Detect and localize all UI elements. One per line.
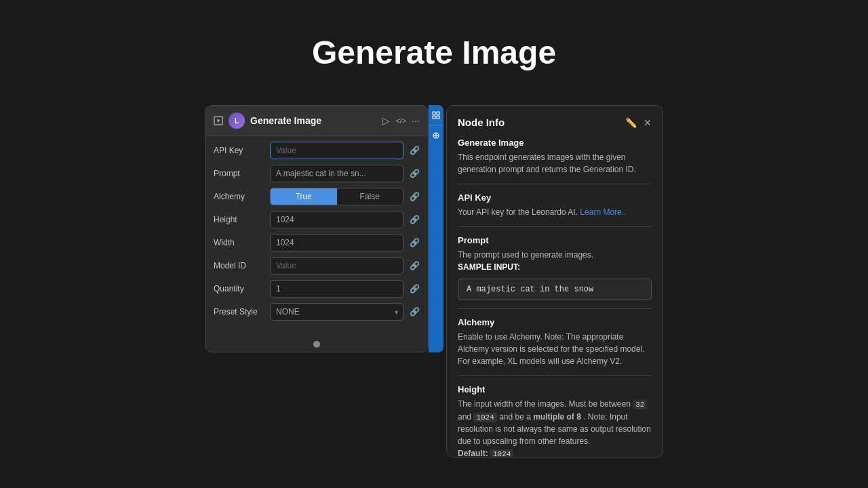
generate-image-title: Generate Image (458, 138, 652, 148)
info-close-icon[interactable]: ✕ (644, 117, 652, 128)
divider-3 (458, 308, 652, 309)
api-key-input[interactable] (270, 142, 403, 159)
height-input[interactable] (270, 211, 403, 228)
info-panel-title: Node Info (458, 117, 505, 128)
node-avatar: L (229, 113, 245, 129)
prompt-label: Prompt (214, 169, 264, 178)
quantity-label: Quantity (214, 284, 264, 293)
node-connector (313, 341, 320, 348)
node-header-actions: ▷ </> ··· (382, 115, 420, 126)
width-label: Width (214, 238, 264, 247)
preset-style-select-wrapper: NONE DYNAMIC CINEMATIC CREATIVE VIBRANT … (270, 303, 403, 321)
alchemy-false-option[interactable]: False (337, 188, 403, 205)
width-input[interactable] (270, 234, 403, 251)
alchemy-row: Alchemy True False 🔗 (214, 188, 420, 205)
height-default-label: Default: (458, 449, 488, 458)
prompt-row: Prompt 🔗 (214, 165, 420, 182)
quantity-input[interactable] (270, 280, 403, 298)
height-default-code: 1024 (490, 449, 513, 458)
width-edit-icon[interactable]: 🔗 (409, 237, 420, 248)
info-header: Node Info ✏️ ✕ (458, 117, 652, 128)
sample-input-box: A majestic cat in the snow (458, 279, 652, 300)
info-section-prompt: Prompt The prompt used to generate image… (458, 235, 652, 300)
info-section-alchemy: Alchemy Enable to use Alchemy. Note: The… (458, 317, 652, 367)
model-id-input[interactable] (270, 257, 403, 274)
prompt-edit-icon[interactable]: 🔗 (409, 168, 420, 179)
height-edit-icon[interactable]: 🔗 (409, 214, 420, 225)
node-body: API Key 🔗 Prompt 🔗 Alchemy True False (205, 136, 428, 337)
side-btn-bottom[interactable] (429, 125, 443, 146)
api-key-info-desc: Your API key for the Leonardo AI. Learn … (458, 206, 652, 218)
info-edit-icon[interactable]: ✏️ (625, 117, 637, 128)
height-label: Height (214, 215, 264, 224)
page-title: Generate Image (0, 0, 868, 92)
node-title: Generate Image (250, 115, 377, 126)
divider-1 (458, 184, 652, 184)
height-multiple-bold: multiple of 8 (533, 412, 581, 422)
play-button[interactable]: ▷ (382, 115, 390, 126)
model-id-row: Model ID 🔗 (214, 257, 420, 274)
info-header-actions: ✏️ ✕ (625, 117, 652, 128)
node-header: ▼ L Generate Image ▷ </> ··· (205, 106, 428, 136)
learn-more-link[interactable]: Learn More.. (580, 207, 626, 217)
width-row: Width 🔗 (214, 234, 420, 251)
height-row: Height 🔗 (214, 211, 420, 228)
api-key-edit-icon[interactable]: 🔗 (409, 145, 420, 156)
alchemy-edit-icon[interactable]: 🔗 (409, 191, 420, 202)
svg-rect-3 (437, 116, 439, 119)
info-section-height: Height The input width of the images. Mu… (458, 384, 652, 458)
alchemy-toggle: True False (270, 188, 403, 205)
quantity-row: Quantity 🔗 (214, 280, 420, 298)
alchemy-info-desc: Enable to use Alchemy. Note: The appropr… (458, 331, 652, 367)
alchemy-info-title: Alchemy (458, 317, 652, 327)
more-button[interactable]: ··· (412, 115, 420, 126)
preset-style-select[interactable]: NONE DYNAMIC CINEMATIC CREATIVE VIBRANT (270, 303, 403, 321)
alchemy-label: Alchemy (214, 192, 264, 201)
sample-input-label: SAMPLE INPUT: (458, 261, 652, 273)
quantity-edit-icon[interactable]: 🔗 (409, 283, 420, 294)
divider-2 (458, 226, 652, 227)
height-min-code: 32 (633, 400, 647, 409)
api-key-info-title: API Key (458, 192, 652, 203)
prompt-info-desc: The prompt used to generate images. (458, 249, 652, 261)
preset-style-edit-icon[interactable]: 🔗 (409, 306, 420, 317)
node-footer (205, 337, 428, 352)
api-key-row: API Key 🔗 (214, 142, 420, 159)
prompt-input[interactable] (270, 165, 403, 182)
model-id-label: Model ID (214, 261, 264, 270)
node-panel: ▼ L Generate Image ▷ </> ··· API Key 🔗 (205, 105, 429, 352)
preset-style-label: Preset Style (214, 307, 264, 317)
api-key-label: API Key (214, 146, 264, 155)
svg-rect-0 (433, 112, 435, 115)
alchemy-true-option[interactable]: True (271, 188, 337, 205)
height-info-desc: The input width of the images. Must be b… (458, 398, 652, 458)
prompt-info-title: Prompt (458, 235, 652, 245)
side-buttons (429, 105, 443, 352)
preset-style-row: Preset Style NONE DYNAMIC CINEMATIC CREA… (214, 303, 420, 321)
info-section-generate-image: Generate Image This endpoint generates i… (458, 138, 652, 176)
collapse-icon[interactable]: ▼ (214, 116, 223, 125)
height-info-title: Height (458, 384, 652, 394)
info-section-api-key: API Key Your API key for the Leonardo AI… (458, 192, 652, 218)
code-button[interactable]: </> (395, 117, 406, 125)
side-btn-top[interactable] (429, 105, 443, 125)
node-info-panel: Node Info ✏️ ✕ Generate Image This endpo… (446, 105, 663, 458)
divider-4 (458, 375, 652, 376)
generate-image-desc: This endpoint generates images with the … (458, 151, 652, 176)
height-max-code: 1024 (473, 413, 496, 422)
svg-rect-1 (437, 112, 439, 115)
model-id-edit-icon[interactable]: 🔗 (409, 260, 420, 271)
svg-rect-2 (433, 116, 435, 119)
